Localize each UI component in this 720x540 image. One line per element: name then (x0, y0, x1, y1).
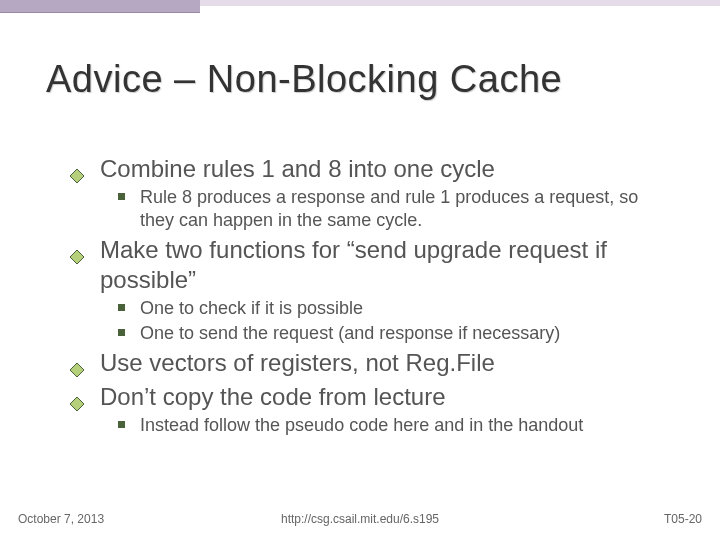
square-icon (118, 193, 125, 200)
svg-marker-2 (70, 363, 84, 377)
bullet-level2: Rule 8 produces a response and rule 1 pr… (70, 186, 670, 231)
bullet-text: One to check if it is possible (140, 298, 363, 318)
bullet-level2: Instead follow the pseudo code here and … (70, 414, 670, 437)
svg-marker-3 (70, 397, 84, 411)
footer-slide-number: T05-20 (664, 512, 702, 526)
svg-marker-0 (70, 169, 84, 183)
bullet-level2: One to check if it is possible (70, 297, 670, 320)
bullet-level1: Use vectors of registers, not Reg.File (70, 348, 670, 378)
bullet-text: Rule 8 produces a response and rule 1 pr… (140, 187, 638, 230)
header-accent-dark (0, 0, 200, 13)
bullet-level1: Make two functions for “send upgrade req… (70, 235, 670, 295)
bullet-text: Use vectors of registers, not Reg.File (100, 349, 495, 376)
slide-title: Advice – Non-Blocking Cache (46, 58, 680, 101)
slide-body: Combine rules 1 and 8 into one cycle Rul… (70, 150, 670, 439)
footer-url: http://csg.csail.mit.edu/6.s195 (0, 512, 720, 526)
square-icon (118, 329, 125, 336)
bullet-text: Instead follow the pseudo code here and … (140, 415, 583, 435)
bullet-text: Make two functions for “send upgrade req… (100, 236, 607, 293)
bullet-text: One to send the request (and response if… (140, 323, 560, 343)
bullet-text: Don’t copy the code from lecture (100, 383, 446, 410)
bullet-level2: One to send the request (and response if… (70, 322, 670, 345)
square-icon (118, 421, 125, 428)
square-icon (118, 304, 125, 311)
header-accent-light (200, 0, 720, 6)
bullet-level1: Combine rules 1 and 8 into one cycle (70, 154, 670, 184)
bullet-level1: Don’t copy the code from lecture (70, 382, 670, 412)
slide: Advice – Non-Blocking Cache Combine rule… (0, 0, 720, 540)
diamond-icon (70, 241, 84, 271)
svg-marker-1 (70, 250, 84, 264)
diamond-icon (70, 354, 84, 384)
bullet-text: Combine rules 1 and 8 into one cycle (100, 155, 495, 182)
